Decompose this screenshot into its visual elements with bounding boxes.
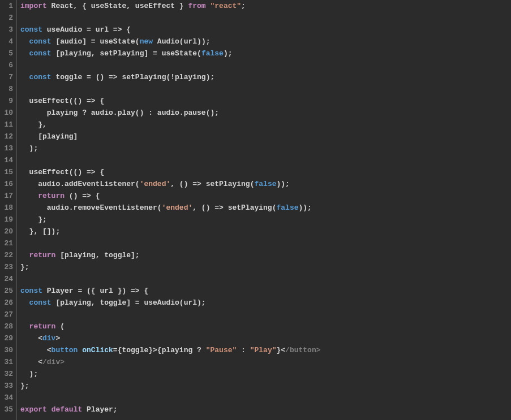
code-line[interactable]: const [playing, setPlaying] = useState(f… [20,47,511,59]
code-line[interactable] [20,237,511,249]
code-line[interactable]: return () => { [20,190,511,202]
line-number: 25 [2,285,13,297]
code-token [20,298,29,307]
code-area[interactable]: import React, { useState, useEffect } fr… [17,0,511,420]
code-line[interactable]: const [playing, toggle] = useAudio(url); [20,297,511,309]
code-line[interactable]: }; [20,261,511,273]
line-number: 26 [2,297,13,309]
code-token: false [201,49,224,58]
code-token: ={toggle}>{playing ? [113,346,206,354]
code-token: toggle = () => setPlaying(!playing); [51,73,215,81]
code-token: 'ended' [162,203,193,212]
line-number: 23 [2,261,13,273]
code-token: Player = ({ url }) => { [42,287,148,295]
code-line[interactable] [20,59,511,71]
line-number: 22 [2,249,13,261]
code-line[interactable]: return ( [20,321,511,332]
code-token: [playing, toggle]; [55,251,139,259]
code-token: Player; [82,405,117,414]
code-line[interactable]: }; [20,214,511,226]
line-number: 17 [2,190,13,202]
line-number: 32 [2,368,13,380]
code-line[interactable]: ); [20,368,511,380]
code-token: > [55,334,60,343]
code-token: < [20,358,42,366]
code-token: < [20,334,42,343]
code-line[interactable]: return [playing, toggle]; [20,249,511,261]
code-token: from [188,2,205,10]
code-token: : [237,346,250,354]
code-token: [playing, toggle] = useAudio(url); [51,298,206,307]
code-line[interactable]: }, [20,119,511,131]
line-number: 19 [2,214,13,226]
code-line[interactable]: <div> [20,332,511,344]
code-token: return [29,251,56,259]
code-line[interactable]: const toggle = () => setPlaying(!playing… [20,71,511,83]
code-line[interactable] [20,83,511,95]
code-token: audio.removeEventListener( [20,203,162,212]
line-number: 34 [2,392,13,404]
line-number: 27 [2,309,13,321]
code-token [20,73,29,81]
code-line[interactable]: useEffect(() => { [20,95,511,107]
line-number: 24 [2,273,13,285]
code-line[interactable]: const [audio] = useState(new Audio(url))… [20,36,511,47]
code-line[interactable]: const Player = ({ url }) => { [20,285,511,297]
code-line[interactable]: const useAudio = url => { [20,24,511,36]
code-token: }; [20,215,47,224]
code-line[interactable] [20,309,511,321]
code-token: import [20,2,47,10]
line-number: 20 [2,226,13,237]
code-line[interactable]: <button onClick={toggle}>{playing ? "Pau… [20,344,511,356]
line-number: 13 [2,142,13,154]
line-number: 6 [2,59,13,71]
code-line[interactable]: </div> [20,356,511,368]
code-token: )); [299,203,312,212]
code-token: }< [277,346,286,354]
code-token: export [20,405,47,414]
code-line[interactable]: audio.removeEventListener('ended', () =>… [20,202,511,214]
line-number: 7 [2,71,13,83]
line-number: 16 [2,178,13,190]
code-line[interactable]: useEffect(() => { [20,166,511,178]
line-number: 9 [2,95,13,107]
code-line[interactable]: export default Player; [20,404,511,415]
code-token: , () => setPlaying( [170,180,254,188]
code-line[interactable]: audio.addEventListener('ended', () => se… [20,178,511,190]
code-token: React, { useState, useEffect } [47,2,188,10]
code-token: "react" [210,2,241,10]
code-token: [playing] [20,132,78,141]
code-line[interactable] [20,273,511,285]
code-token [20,37,29,46]
line-number: 12 [2,131,13,142]
code-token: const [29,73,51,81]
line-number: 15 [2,166,13,178]
code-token: [audio] = useState( [51,37,140,46]
code-line[interactable]: }, []); [20,226,511,237]
code-token: "Play" [250,346,277,354]
code-token: [playing, setPlaying] = useState( [51,49,201,58]
code-line[interactable]: }; [20,380,511,392]
code-editor: 1234567891011121314151617181920212223242… [0,0,511,420]
line-number: 33 [2,380,13,392]
code-line[interactable]: ); [20,142,511,154]
code-token: false [254,180,276,188]
code-token: ); [20,144,38,153]
code-token: return [29,322,56,331]
code-line[interactable] [20,392,511,404]
code-token: }, []); [20,227,60,236]
code-line[interactable] [20,154,511,166]
code-line[interactable]: [playing] [20,131,511,142]
code-token: const [29,37,51,46]
code-token: Audio(url)); [153,37,210,46]
code-line[interactable]: playing ? audio.play() : audio.pause(); [20,107,511,119]
code-line[interactable]: import React, { useState, useEffect } fr… [20,0,511,12]
code-token: ; [241,2,246,10]
line-number: 3 [2,24,13,36]
code-token: ( [55,322,65,331]
code-token: ); [224,49,233,58]
code-line[interactable] [20,12,511,24]
code-token: )); [277,180,290,188]
line-number: 10 [2,107,13,119]
code-token: onClick [82,346,113,354]
